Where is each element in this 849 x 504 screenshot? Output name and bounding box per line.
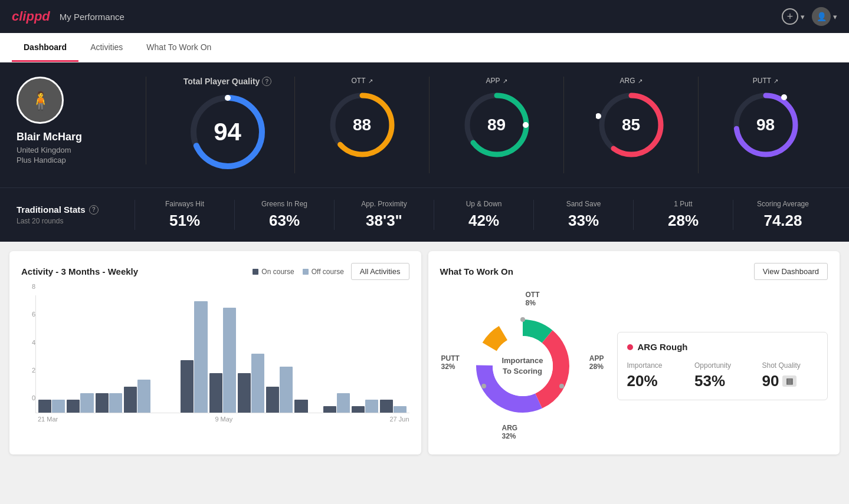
tab-activities[interactable]: Activities <box>78 33 135 62</box>
gauge-total-value: 94 <box>214 118 241 146</box>
opportunity-label: Opportunity <box>694 361 750 370</box>
header-left: clippd My Performance <box>12 9 124 24</box>
gauge-app-label: APP ↗ <box>486 77 507 85</box>
help-icon[interactable]: ? <box>262 77 271 86</box>
bar-group <box>181 301 207 413</box>
gauge-putt-label: PUTT ↗ <box>753 77 778 85</box>
chart-legend: On course Off course <box>253 268 344 276</box>
stat-fairways-hit-value: 51% <box>141 212 228 230</box>
info-card-title: ARG Rough <box>627 342 818 352</box>
stat-proximity-value: 38'3" <box>340 212 428 230</box>
bar-off-course <box>137 380 150 413</box>
donut-chart-area: Importance To Scoring OTT 8% APP 28% ARG… <box>440 289 605 443</box>
bar-off-course <box>223 308 236 413</box>
bar-on-course <box>96 393 109 413</box>
bars-area <box>35 295 409 413</box>
bar-off-course <box>251 354 264 413</box>
stat-greens-label: Greens In Reg <box>241 200 328 208</box>
traditional-stats-section: Traditional Stats ? Last 20 rounds Fairw… <box>0 187 849 242</box>
bar-on-course <box>238 373 251 413</box>
svg-point-13 <box>781 94 787 100</box>
bar-off-course <box>80 393 93 413</box>
wtwon-content: Importance To Scoring OTT 8% APP 28% ARG… <box>440 289 828 443</box>
wtwon-title: What To Work On <box>440 266 513 276</box>
wtwon-header: What To Work On View Dashboard <box>440 263 828 280</box>
gauge-ott-circle: 88 <box>327 90 398 160</box>
all-activities-button[interactable]: All Activities <box>351 263 409 280</box>
bar-on-course <box>67 400 80 413</box>
user-menu-button[interactable]: 👤 ▾ <box>812 7 837 26</box>
bottom-panels: Activity - 3 Months - Weekly On course O… <box>0 242 849 464</box>
svg-point-7 <box>523 122 529 128</box>
info-metrics: Importance 20% Opportunity 53% Shot Qual… <box>627 361 818 390</box>
putt-label: PUTT 32% <box>441 354 460 371</box>
gauge-total-label: Total Player Quality ? <box>183 77 272 86</box>
tab-dashboard[interactable]: Dashboard <box>12 33 78 62</box>
on-course-dot <box>253 269 258 275</box>
bar-off-course <box>394 406 407 413</box>
bar-group <box>266 367 293 413</box>
bar-on-course <box>124 387 137 413</box>
info-shot-quality: Shot Quality 90 ▤ <box>762 361 818 390</box>
legend-on-course: On course <box>253 268 294 276</box>
bar-on-course <box>352 406 365 413</box>
gauge-arg-value: 85 <box>622 116 640 134</box>
bar-on-course <box>266 387 279 413</box>
nav-tabs: Dashboard Activities What To Work On <box>0 33 849 62</box>
stats-help-icon[interactable]: ? <box>89 205 99 215</box>
gauge-total: Total Player Quality ? 94 <box>160 77 295 173</box>
bar-off-course <box>337 393 350 413</box>
player-stats-section: 🧍 Blair McHarg United Kingdom Plus Handi… <box>0 62 849 187</box>
arg-rough-info-card: ARG Rough Importance 20% Opportunity 53%… <box>617 332 828 400</box>
bar-on-course <box>38 400 51 413</box>
bar-on-course <box>294 400 307 413</box>
activity-header: Activity - 3 Months - Weekly On course O… <box>21 263 409 280</box>
stat-greens-in-reg: Greens In Reg 63% <box>234 200 334 230</box>
stat-oneputt-label: 1 Putt <box>640 200 727 208</box>
stat-app-proximity: App. Proximity 38'3" <box>334 200 434 230</box>
off-course-dot <box>303 269 309 275</box>
arg-trend-icon: ↗ <box>638 78 643 84</box>
add-circle-icon: + <box>782 8 798 25</box>
header-title: My Performance <box>60 12 124 22</box>
chart-area: 8 6 4 2 0 21 Mar 9 May 27 Jun <box>21 289 409 423</box>
bar-on-course <box>380 400 393 413</box>
gauges-section: Total Player Quality ? 94 OTT ↗ <box>146 77 832 173</box>
y-axis: 8 6 4 2 0 <box>21 284 35 401</box>
bar-on-course <box>209 373 222 413</box>
chart-with-y: 8 6 4 2 0 <box>21 289 409 413</box>
bar-group <box>323 393 350 413</box>
gauge-total-circle: 94 <box>186 91 269 173</box>
player-row: 🧍 Blair McHarg United Kingdom Plus Handi… <box>17 77 832 173</box>
bar-group <box>352 400 378 413</box>
gauge-app: APP ↗ 89 <box>430 77 564 173</box>
donut-center: Importance To Scoring <box>464 307 582 425</box>
header: clippd My Performance + ▾ 👤 ▾ <box>0 0 849 33</box>
x-labels: 21 Mar 9 May 27 Jun <box>38 416 409 423</box>
stat-scoring-label: Scoring Average <box>739 200 827 208</box>
bar-on-course <box>323 406 336 413</box>
stat-fairways-hit: Fairways Hit 51% <box>135 200 234 230</box>
red-dot-icon <box>627 344 633 350</box>
stats-label: Traditional Stats ? Last 20 rounds <box>17 205 135 225</box>
importance-value: 20% <box>627 372 683 390</box>
gauge-putt-value: 98 <box>756 116 775 134</box>
stat-sand-label: Sand Save <box>540 200 627 208</box>
bar-off-course <box>52 400 65 413</box>
activity-chart-panel: Activity - 3 Months - Weekly On course O… <box>9 251 421 454</box>
view-dashboard-button[interactable]: View Dashboard <box>754 263 828 280</box>
bar-group <box>38 400 65 413</box>
player-info: 🧍 Blair McHarg United Kingdom Plus Handi… <box>17 77 146 164</box>
tab-what-to-work-on[interactable]: What To Work On <box>135 33 223 62</box>
app-label: APP 28% <box>589 354 604 371</box>
info-opportunity: Opportunity 53% <box>694 361 750 390</box>
stats-subtitle: Last 20 rounds <box>17 217 135 225</box>
stat-updown-label: Up & Down <box>440 200 527 208</box>
shot-quality-value: 90 <box>762 372 779 390</box>
bar-on-course <box>181 360 194 413</box>
add-button[interactable]: + ▾ <box>782 8 805 25</box>
bar-group <box>380 400 407 413</box>
arg-label: ARG 32% <box>502 424 518 440</box>
gauge-app-value: 89 <box>487 116 506 134</box>
info-importance: Importance 20% <box>627 361 683 390</box>
